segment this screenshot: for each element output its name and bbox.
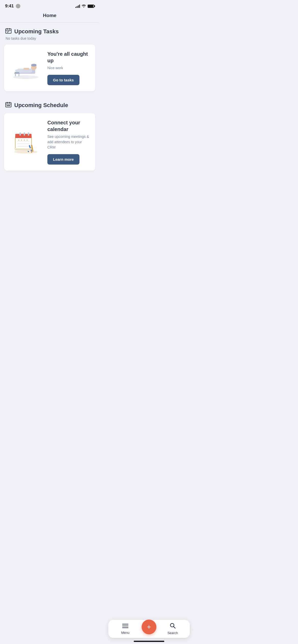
tasks-card-heading: You're all caught up bbox=[47, 51, 90, 64]
tasks-card-text: You're all caught up Nice work Go to tas… bbox=[47, 51, 90, 85]
schedule-card-content: Connect your calendar See upcoming meeti… bbox=[9, 119, 90, 165]
schedule-title-row: Upcoming Schedule bbox=[5, 101, 94, 109]
signal-bars-icon bbox=[75, 4, 80, 8]
svg-rect-12 bbox=[14, 73, 20, 74]
svg-point-4 bbox=[13, 75, 38, 79]
svg-rect-41 bbox=[14, 148, 32, 150]
svg-rect-19 bbox=[9, 102, 10, 103]
main-content: Upcoming Tasks No tasks due today bbox=[0, 23, 99, 206]
schedule-card-heading: Connect your calendar bbox=[47, 119, 90, 133]
tasks-section-header: Upcoming Tasks No tasks due today bbox=[0, 23, 99, 42]
learn-more-button[interactable]: Learn more bbox=[47, 154, 79, 165]
svg-rect-26 bbox=[15, 136, 32, 138]
tasks-card-subtext: Nice work bbox=[47, 65, 90, 71]
svg-rect-0 bbox=[6, 29, 11, 33]
svg-point-36 bbox=[27, 140, 28, 141]
go-to-tasks-button[interactable]: Go to tasks bbox=[47, 75, 79, 85]
schedule-card: Connect your calendar See upcoming meeti… bbox=[4, 113, 95, 171]
svg-rect-8 bbox=[15, 69, 22, 72]
svg-rect-18 bbox=[7, 102, 8, 103]
svg-rect-15 bbox=[15, 72, 19, 73]
schedule-section-header: Upcoming Schedule bbox=[0, 96, 99, 111]
schedule-icon bbox=[5, 101, 12, 109]
tasks-icon bbox=[5, 28, 12, 35]
schedule-card-text: Connect your calendar See upcoming meeti… bbox=[47, 119, 90, 165]
svg-rect-3 bbox=[9, 28, 10, 30]
svg-rect-13 bbox=[15, 74, 16, 76]
schedule-section-title: Upcoming Schedule bbox=[14, 102, 68, 109]
page-title: Home bbox=[43, 13, 57, 18]
svg-point-10 bbox=[31, 64, 37, 67]
svg-rect-27 bbox=[19, 133, 21, 136]
page-header: Home bbox=[0, 11, 99, 22]
svg-rect-2 bbox=[7, 28, 8, 30]
tasks-illustration bbox=[9, 54, 42, 82]
tasks-subtitle: No tasks due today bbox=[5, 36, 94, 40]
status-right bbox=[75, 4, 94, 8]
svg-point-34 bbox=[21, 140, 22, 141]
svg-rect-20 bbox=[7, 105, 8, 106]
svg-point-23 bbox=[14, 150, 37, 154]
schedule-card-subtext: See upcoming meetings & add attendees to… bbox=[47, 134, 90, 150]
status-time: 9:41 bbox=[5, 4, 14, 9]
wifi-icon bbox=[82, 4, 86, 8]
svg-rect-22 bbox=[9, 105, 10, 106]
svg-rect-24 bbox=[15, 136, 32, 149]
svg-rect-28 bbox=[24, 133, 25, 136]
status-bar: 9:41 bbox=[0, 0, 99, 11]
tasks-section-title: Upcoming Tasks bbox=[14, 28, 59, 35]
tasks-card-content: You're all caught up Nice work Go to tas… bbox=[9, 51, 90, 85]
status-left: 9:41 bbox=[5, 4, 20, 9]
calendar-illustration bbox=[9, 128, 42, 156]
status-dot bbox=[16, 4, 20, 8]
svg-rect-29 bbox=[28, 133, 29, 136]
svg-rect-21 bbox=[8, 105, 9, 106]
tasks-title-row: Upcoming Tasks bbox=[5, 28, 94, 35]
svg-rect-16 bbox=[6, 103, 11, 107]
tasks-card: You're all caught up Nice work Go to tas… bbox=[4, 45, 95, 91]
svg-point-35 bbox=[24, 140, 25, 141]
svg-rect-11 bbox=[23, 68, 29, 70]
svg-rect-14 bbox=[19, 74, 19, 76]
battery-icon bbox=[88, 5, 94, 8]
svg-rect-42 bbox=[15, 149, 31, 150]
svg-point-33 bbox=[18, 140, 19, 141]
